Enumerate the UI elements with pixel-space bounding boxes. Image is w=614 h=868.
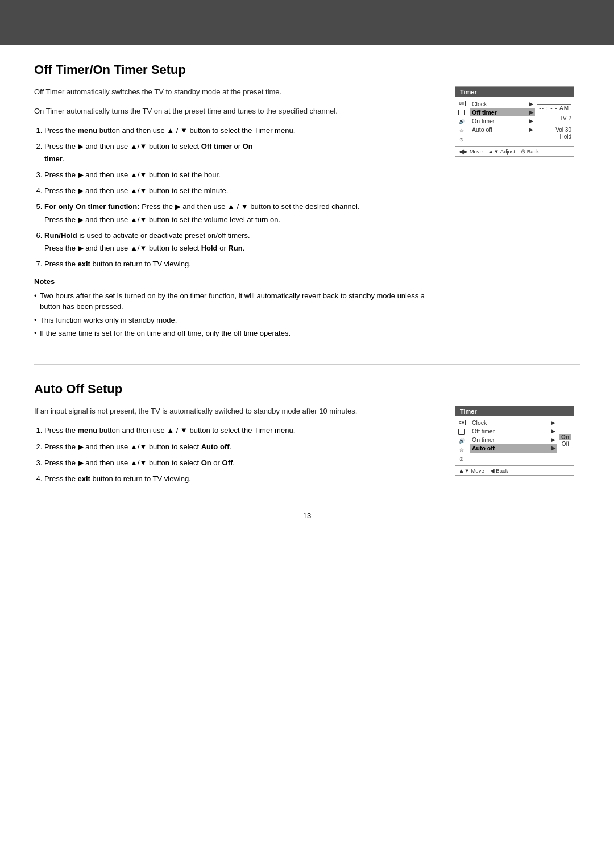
menu-row-autooff-1: Auto off ▶: [472, 125, 533, 133]
right-panel-2: On Off: [559, 416, 574, 465]
tv-menu-box-1: Timer CH 🔊 ☆ ⊙ Clock: [455, 86, 574, 157]
footer-back-2: ◀ Back: [490, 468, 508, 474]
notes-list-1: Two hours after the set is turned on by …: [34, 290, 438, 339]
intro-text-2a: If an input signal is not present, the T…: [34, 406, 438, 417]
menu-row-clock-2: Clock ▶: [472, 419, 555, 427]
tv-menu-footer-2: ▲▼ Move ◀ Back: [455, 465, 574, 475]
menu-row-ontimer-1: On timer ▶: [472, 116, 533, 125]
menu-row-clock-1: Clock ▶: [472, 99, 533, 108]
icon-star-2: ☆: [457, 446, 466, 454]
step-2-4: Press the exit button to return to TV vi…: [44, 473, 438, 485]
step-2-3: Press the ▶ and then use ▲/▼ button to s…: [44, 457, 438, 469]
menu-row-ontimer-2: On timer ▶: [472, 436, 555, 444]
instructions-1: Off Timer automatically switches the TV …: [34, 86, 438, 341]
off-option: Off: [559, 441, 571, 447]
menu-row-autooff-2: Auto off ▶: [470, 444, 557, 453]
step-1-1: Press the menu button and then use ▲ / ▼…: [44, 124, 438, 137]
diagram-area-1: Timer CH 🔊 ☆ ⊙ Clock: [455, 86, 580, 157]
page-number: 13: [34, 511, 580, 520]
section-title-2: Auto Off Setup: [34, 382, 580, 397]
tv-menu-header-1: Timer: [455, 87, 574, 97]
tv-menu-header-2: Timer: [455, 406, 574, 416]
intro-text-1a: Off Timer automatically switches the TV …: [34, 86, 438, 98]
step-2-2: Press the ▶ and then use ▲/▼ button to s…: [44, 441, 438, 453]
step-1-2: Press the ▶ and then use ▲/▼ button to s…: [44, 140, 438, 165]
step-1-5: For only On timer function: Press the ▶ …: [44, 201, 438, 226]
section-title-1: Off Timer/On Timer Setup: [34, 62, 580, 77]
note-1-1: Two hours after the set is turned on by …: [34, 290, 438, 312]
step-1-6: Run/Hold is used to activate or deactiva…: [44, 229, 438, 254]
tv-menu-footer-1: ◀▶ Move ▲▼ Adjust ⊙ Back: [455, 146, 574, 156]
am-display: -- : - - AM: [537, 104, 571, 112]
icon-speaker-2: 🔊: [457, 437, 466, 445]
tv-menu-icons-1: CH 🔊 ☆ ⊙: [455, 97, 468, 146]
icon-star: ☆: [457, 127, 466, 135]
tv-menu-items-1: Clock ▶ Off timer ▶ On timer ▶: [468, 97, 537, 146]
vol-val: Vol 30: [555, 127, 571, 133]
tv-menu-box-2: Timer CH 🔊 ☆ ⊙ Clock: [455, 406, 574, 476]
section-divider: [34, 364, 580, 365]
instructions-2: If an input signal is not present, the T…: [34, 406, 438, 489]
footer-move-1: ◀▶ Move: [459, 148, 483, 155]
footer-back-1: ⊙ Back: [521, 148, 539, 155]
step-1-4: Press the ▶ and then use ▲/▼ button to s…: [44, 185, 438, 197]
menu-row-offtimer-2: Off timer ▶: [472, 427, 555, 436]
section-off-on-timer: Off Timer/On Timer Setup Off Timer autom…: [34, 62, 580, 341]
icon-circle: ⊙: [457, 136, 466, 144]
tv-val: TV 2: [559, 115, 571, 122]
icon-speaker: 🔊: [457, 118, 466, 126]
icon-rect1: [457, 108, 466, 116]
steps-list-1: Press the menu button and then use ▲ / ▼…: [34, 124, 438, 270]
icon-ch-2: CH: [457, 419, 466, 427]
section-layout-1: Off Timer automatically switches the TV …: [34, 86, 580, 341]
note-1-2: This function works only in standby mode…: [34, 315, 438, 326]
step-1-7: Press the exit button to return to TV vi…: [44, 258, 438, 270]
on-option: On: [559, 434, 571, 440]
diagram-area-2: Timer CH 🔊 ☆ ⊙ Clock: [455, 406, 580, 476]
top-banner: [0, 0, 614, 45]
menu-row-offtimer-1: Off timer ▶: [470, 108, 535, 116]
icon-ch: CH: [457, 99, 466, 107]
hold-val: Hold: [559, 133, 571, 140]
notes-title-1: Notes: [34, 277, 438, 286]
right-panel-1: -- : - - AM TV 2 Vol 30 Hold: [537, 97, 574, 146]
footer-move-2: ▲▼ Move: [459, 468, 484, 474]
footer-adjust-1: ▲▼ Adjust: [488, 148, 515, 155]
icon-circle-2: ⊙: [457, 455, 466, 463]
intro-text-1b: On Timer automatically turns the TV on a…: [34, 106, 438, 117]
steps-list-2: Press the menu button and then use ▲ / ▼…: [34, 424, 438, 485]
tv-menu-icons-2: CH 🔊 ☆ ⊙: [455, 416, 468, 465]
tv-menu-body-2: CH 🔊 ☆ ⊙ Clock ▶: [455, 416, 574, 465]
section-auto-off: Auto Off Setup If an input signal is not…: [34, 382, 580, 489]
icon-rect2: [457, 428, 466, 436]
step-1-3: Press the ▶ and then use ▲/▼ button to s…: [44, 169, 438, 181]
page-content: Off Timer/On Timer Setup Off Timer autom…: [0, 45, 614, 542]
note-1-3: If the same time is set for the on time …: [34, 328, 438, 339]
tv-menu-items-2: Clock ▶ Off timer ▶ On timer ▶: [468, 416, 559, 465]
tv-menu-body-1: CH 🔊 ☆ ⊙ Clock ▶: [455, 97, 574, 146]
section-layout-2: If an input signal is not present, the T…: [34, 406, 580, 489]
step-2-1: Press the menu button and then use ▲ / ▼…: [44, 424, 438, 437]
